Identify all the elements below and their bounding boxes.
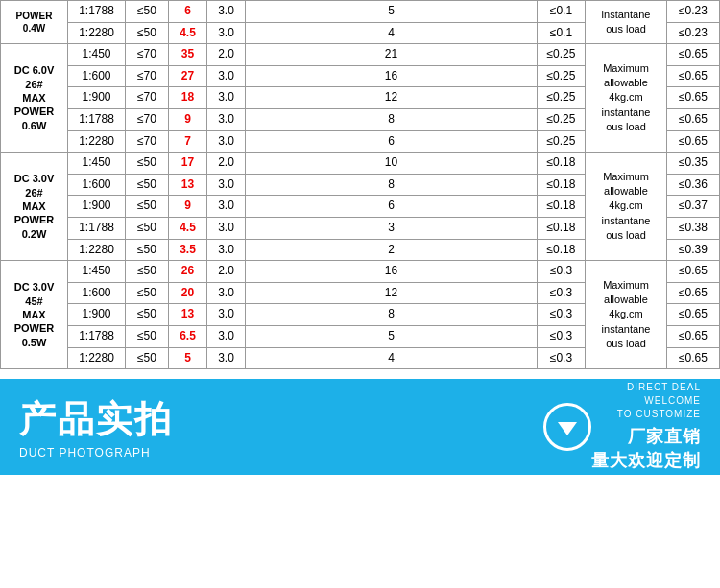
stall-cell: 26 [169, 261, 207, 283]
noise-cell: ≤0.3 [538, 347, 586, 369]
noise-cell: ≤0.3 [538, 282, 586, 304]
stall-cell: 9 [169, 196, 207, 218]
rated-cell: 3.0 [207, 22, 246, 44]
current-cell: 4 [246, 22, 538, 44]
noload-cell: ≤50 [126, 1, 169, 23]
noise-cell: ≤0.25 [538, 130, 586, 153]
section-header: DC 3.0V26#MAXPOWER0.2W [1, 153, 68, 261]
rated-cell: 3.0 [207, 347, 246, 369]
ratio-cell: 1:1788 [68, 1, 126, 23]
efficiency-cell: ≤0.35 [667, 153, 720, 175]
bottom-banner: 产品实拍 DUCT PHOTOGRAPH DIRECT DEAL WELCOME… [0, 379, 720, 475]
rated-cell: 3.0 [207, 130, 246, 153]
stall-cell: 17 [169, 153, 207, 175]
efficiency-cell: ≤0.65 [667, 108, 720, 130]
banner-right-top-text: DIRECT DEAL WELCOME TO CUSTOMIZE [617, 381, 701, 421]
stall-cell: 35 [169, 44, 207, 66]
efficiency-cell: ≤0.38 [667, 217, 720, 239]
rated-cell: 3.0 [207, 239, 246, 261]
current-cell: 8 [246, 174, 538, 196]
efficiency-cell: ≤0.65 [667, 87, 720, 109]
efficiency-cell: ≤0.23 [667, 1, 720, 23]
noload-cell: ≤50 [126, 304, 169, 326]
maxload-cell: Maximumallowable4kg.cminstantaneous load [586, 261, 667, 369]
spec-table: POWER0.4W 1:1788 ≤50 6 3.0 5 ≤0.1 instan… [0, 0, 720, 369]
ratio-cell: 1:450 [68, 44, 126, 66]
efficiency-cell: ≤0.39 [667, 239, 720, 261]
current-cell: 4 [246, 347, 538, 369]
noload-cell: ≤70 [126, 87, 169, 109]
rated-cell: 3.0 [207, 304, 246, 326]
maxload-cell: Maximumallowable4kg.cminstantaneous load [586, 153, 667, 261]
table-row: DC 3.0V45#MAXPOWER0.5W 1:450 ≤50 26 2.0 … [1, 261, 720, 283]
noload-cell: ≤50 [126, 153, 169, 175]
current-cell: 5 [246, 1, 538, 23]
stall-cell: 3.5 [169, 239, 207, 261]
ratio-cell: 1:2280 [68, 347, 126, 369]
ratio-cell: 1:900 [68, 304, 126, 326]
noload-cell: ≤70 [126, 44, 169, 66]
section-header: DC 6.0V26#MAXPOWER0.6W [1, 44, 68, 153]
efficiency-cell: ≤0.23 [667, 22, 720, 44]
noload-cell: ≤70 [126, 108, 169, 130]
maxload-cell: Maximumallowable4kg.cminstantaneous load [586, 44, 667, 153]
rated-cell: 3.0 [207, 174, 246, 196]
ratio-cell: 1:600 [68, 174, 126, 196]
ratio-cell: 1:1788 [68, 217, 126, 239]
efficiency-cell: ≤0.65 [667, 130, 720, 153]
banner-title: 产品实拍 [19, 395, 524, 444]
noload-cell: ≤50 [126, 261, 169, 283]
rated-cell: 3.0 [207, 1, 246, 23]
noise-cell: ≤0.25 [538, 65, 586, 87]
stall-cell: 18 [169, 87, 207, 109]
noise-cell: ≤0.18 [538, 217, 586, 239]
noload-cell: ≤50 [126, 282, 169, 304]
table-row: DC 3.0V26#MAXPOWER0.2W 1:450 ≤50 17 2.0 … [1, 153, 720, 175]
chevron-down-icon [558, 422, 577, 435]
table-row: DC 6.0V26#MAXPOWER0.6W 1:450 ≤70 35 2.0 … [1, 44, 720, 66]
stall-cell: 7 [169, 130, 207, 153]
efficiency-cell: ≤0.65 [667, 347, 720, 369]
current-cell: 16 [246, 261, 538, 283]
stall-cell: 20 [169, 282, 207, 304]
stall-cell: 5 [169, 347, 207, 369]
spec-table-section: POWER0.4W 1:1788 ≤50 6 3.0 5 ≤0.1 instan… [0, 0, 720, 369]
stall-cell: 4.5 [169, 217, 207, 239]
efficiency-cell: ≤0.37 [667, 196, 720, 218]
efficiency-cell: ≤0.65 [667, 325, 720, 347]
current-cell: 3 [246, 217, 538, 239]
current-cell: 16 [246, 65, 538, 87]
noise-cell: ≤0.25 [538, 108, 586, 130]
banner-right: DIRECT DEAL WELCOME TO CUSTOMIZE 厂家直销量大欢… [591, 381, 701, 473]
current-cell: 10 [246, 153, 538, 175]
noload-cell: ≤70 [126, 130, 169, 153]
current-cell: 6 [246, 130, 538, 153]
maxload-cell: instantaneous load [586, 1, 667, 44]
noise-cell: ≤0.18 [538, 153, 586, 175]
noload-cell: ≤50 [126, 217, 169, 239]
noload-cell: ≤50 [126, 347, 169, 369]
stall-cell: 6.5 [169, 325, 207, 347]
banner-right-bottom-text: 厂家直销量大欢迎定制 [591, 425, 701, 473]
ratio-cell: 1:900 [68, 87, 126, 109]
ratio-cell: 1:600 [68, 282, 126, 304]
ratio-cell: 1:2280 [68, 130, 126, 153]
rated-cell: 3.0 [207, 217, 246, 239]
rated-cell: 3.0 [207, 65, 246, 87]
noise-cell: ≤0.3 [538, 261, 586, 283]
stall-cell: 9 [169, 108, 207, 130]
table-row: POWER0.4W 1:1788 ≤50 6 3.0 5 ≤0.1 instan… [1, 1, 720, 23]
banner-circle-icon[interactable] [543, 403, 591, 451]
noload-cell: ≤50 [126, 325, 169, 347]
current-cell: 5 [246, 325, 538, 347]
ratio-cell: 1:2280 [68, 22, 126, 44]
noise-cell: ≤0.1 [538, 1, 586, 23]
noise-cell: ≤0.18 [538, 196, 586, 218]
current-cell: 8 [246, 108, 538, 130]
noise-cell: ≤0.25 [538, 44, 586, 66]
rated-cell: 3.0 [207, 325, 246, 347]
banner-subtitle: DUCT PHOTOGRAPH [19, 446, 524, 459]
efficiency-cell: ≤0.65 [667, 282, 720, 304]
ratio-cell: 1:1788 [68, 325, 126, 347]
section-header: POWER0.4W [1, 1, 68, 44]
